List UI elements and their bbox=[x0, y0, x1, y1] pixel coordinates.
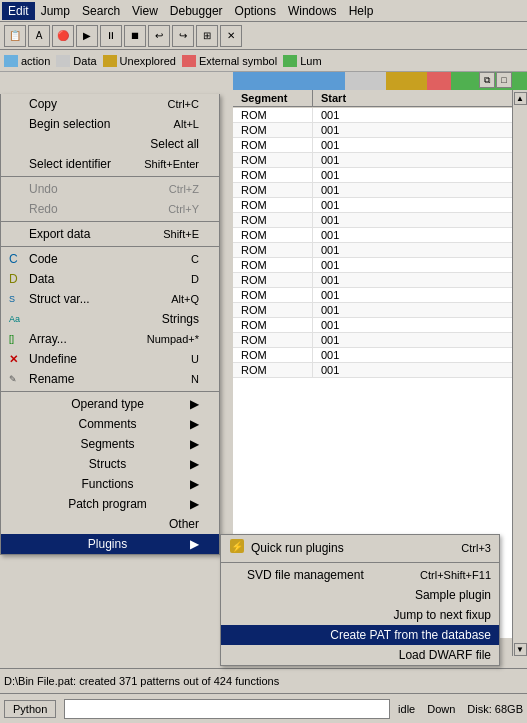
menu-item-array-shortcut: Numpad+* bbox=[147, 333, 199, 345]
plugins-submenu: ⚡ Quick run plugins Ctrl+3 SVD file mana… bbox=[220, 534, 500, 666]
table-row: ROM 001 bbox=[233, 153, 512, 168]
menu-item-code[interactable]: C Code C bbox=[1, 249, 219, 269]
submenu-item-create-pat[interactable]: Create PAT from the database bbox=[221, 625, 499, 645]
maximize-button[interactable]: □ bbox=[496, 72, 512, 88]
table-cell-start: 001 bbox=[313, 363, 347, 377]
toolbar-btn-8[interactable]: ↪ bbox=[172, 25, 194, 47]
menu-item-struct-var-label: Struct var... bbox=[29, 292, 90, 306]
menu-item-select-all[interactable]: Select all bbox=[1, 134, 219, 154]
toolbar-btn-6[interactable]: ⏹ bbox=[124, 25, 146, 47]
menu-item-data[interactable]: D Data D bbox=[1, 269, 219, 289]
window-controls: ⧉ □ bbox=[479, 72, 512, 88]
menu-item-functions[interactable]: Functions ▶ bbox=[1, 474, 219, 494]
table-cell-segment: ROM bbox=[233, 348, 313, 362]
restore-button[interactable]: ⧉ bbox=[479, 72, 495, 88]
table-cell-segment: ROM bbox=[233, 168, 313, 182]
table-cell-start: 001 bbox=[313, 108, 347, 122]
submenu-svd-label: SVD file management bbox=[247, 568, 364, 582]
menu-jump[interactable]: Jump bbox=[35, 2, 76, 20]
menu-debugger[interactable]: Debugger bbox=[164, 2, 229, 20]
toolbar-btn-5[interactable]: ⏸ bbox=[100, 25, 122, 47]
toolbar-btn-1[interactable]: 📋 bbox=[4, 25, 26, 47]
menu-item-code-label: Code bbox=[29, 252, 58, 266]
edit-menu: Copy Ctrl+C Begin selection Alt+L Select… bbox=[0, 94, 220, 555]
code-icon: C bbox=[9, 252, 27, 266]
header-segment: Segment bbox=[233, 90, 313, 106]
menu-item-export-label: Export data bbox=[29, 227, 90, 241]
array-icon: [] bbox=[9, 334, 27, 344]
quick-run-icon: ⚡ bbox=[229, 538, 247, 557]
menu-item-copy-shortcut: Ctrl+C bbox=[168, 98, 199, 110]
menu-item-redo-label: Redo bbox=[29, 202, 58, 216]
python-tab[interactable]: Python bbox=[4, 700, 56, 718]
submenu-item-svd[interactable]: SVD file management Ctrl+Shift+F11 bbox=[221, 565, 499, 585]
menu-item-struct-var[interactable]: S Struct var... Alt+Q bbox=[1, 289, 219, 309]
menu-windows[interactable]: Windows bbox=[282, 2, 343, 20]
menu-options[interactable]: Options bbox=[229, 2, 282, 20]
table-cell-segment: ROM bbox=[233, 183, 313, 197]
scroll-up[interactable]: ▲ bbox=[514, 92, 527, 105]
menu-item-patch[interactable]: Patch program ▶ bbox=[1, 494, 219, 514]
bottom-bar: Python idle Down Disk: 68GB bbox=[0, 693, 527, 723]
separator-4 bbox=[1, 391, 219, 392]
scroll-track bbox=[514, 105, 527, 643]
submenu-item-quick-run[interactable]: ⚡ Quick run plugins Ctrl+3 bbox=[221, 535, 499, 560]
toolbar-close[interactable]: ✕ bbox=[220, 25, 242, 47]
menu-item-operand-type[interactable]: Operand type ▶ bbox=[1, 394, 219, 414]
menu-item-export[interactable]: Export data Shift+E bbox=[1, 224, 219, 244]
menu-help[interactable]: Help bbox=[343, 2, 380, 20]
submenu-create-pat-label: Create PAT from the database bbox=[330, 628, 491, 642]
undefine-icon: ✕ bbox=[9, 353, 27, 366]
legend-action-color bbox=[4, 55, 18, 67]
menu-item-select-identifier-shortcut: Shift+Enter bbox=[144, 158, 199, 170]
operand-type-arrow: ▶ bbox=[190, 397, 199, 411]
table-header: Segment Start bbox=[233, 90, 512, 107]
menu-item-comments[interactable]: Comments ▶ bbox=[1, 414, 219, 434]
toolbar-btn-4[interactable]: ▶ bbox=[76, 25, 98, 47]
menu-item-undo[interactable]: Undo Ctrl+Z bbox=[1, 179, 219, 199]
menu-bar: Edit Jump Search View Debugger Options W… bbox=[0, 0, 527, 22]
menu-item-select-identifier[interactable]: Select identifier Shift+Enter bbox=[1, 154, 219, 174]
submenu-quick-run-label: Quick run plugins bbox=[251, 541, 344, 555]
menu-view[interactable]: View bbox=[126, 2, 164, 20]
submenu-item-jump-fixup[interactable]: Jump to next fixup bbox=[221, 605, 499, 625]
menu-item-segments-label: Segments bbox=[80, 437, 134, 451]
table-row: ROM 001 bbox=[233, 273, 512, 288]
data-icon: D bbox=[9, 272, 27, 286]
menu-item-select-identifier-label: Select identifier bbox=[29, 157, 111, 171]
scrollbar[interactable]: ▲ ▼ bbox=[512, 90, 527, 656]
toolbar-btn-3[interactable]: 🔴 bbox=[52, 25, 74, 47]
status-text: D:\Bin File.pat: created 371 patterns ou… bbox=[4, 675, 279, 687]
table-cell-segment: ROM bbox=[233, 288, 313, 302]
menu-item-other[interactable]: Other bbox=[1, 514, 219, 534]
submenu-item-load-dwarf[interactable]: Load DWARF file bbox=[221, 645, 499, 665]
menu-item-undefine[interactable]: ✕ Undefine U bbox=[1, 349, 219, 369]
struct-var-icon: S bbox=[9, 294, 27, 304]
menu-item-array[interactable]: [] Array... Numpad+* bbox=[1, 329, 219, 349]
menu-item-rename-shortcut: N bbox=[191, 373, 199, 385]
python-input[interactable] bbox=[64, 699, 390, 719]
toolbar-btn-2[interactable]: A bbox=[28, 25, 50, 47]
menu-item-begin-selection[interactable]: Begin selection Alt+L bbox=[1, 114, 219, 134]
submenu-sample-label: Sample plugin bbox=[415, 588, 491, 602]
menu-item-structs[interactable]: Structs ▶ bbox=[1, 454, 219, 474]
menu-item-plugins[interactable]: Plugins ▶ ⚡ Quick run plugins Ctrl+3 SVD bbox=[1, 534, 219, 554]
toolbar-btn-7[interactable]: ↩ bbox=[148, 25, 170, 47]
table-cell-start: 001 bbox=[313, 333, 347, 347]
menu-item-copy[interactable]: Copy Ctrl+C bbox=[1, 94, 219, 114]
edit-dropdown: Copy Ctrl+C Begin selection Alt+L Select… bbox=[0, 94, 220, 555]
scroll-down[interactable]: ▼ bbox=[514, 643, 527, 656]
menu-search[interactable]: Search bbox=[76, 2, 126, 20]
menu-edit[interactable]: Edit bbox=[2, 2, 35, 20]
menu-item-redo[interactable]: Redo Ctrl+Y bbox=[1, 199, 219, 219]
status-disk: Disk: 68GB bbox=[467, 703, 523, 715]
menu-item-strings[interactable]: Aa Strings bbox=[1, 309, 219, 329]
submenu-item-sample[interactable]: Sample plugin bbox=[221, 585, 499, 605]
menu-item-segments[interactable]: Segments ▶ bbox=[1, 434, 219, 454]
menu-item-rename[interactable]: ✎ Rename N bbox=[1, 369, 219, 389]
toolbar-btn-9[interactable]: ⊞ bbox=[196, 25, 218, 47]
menu-item-other-label: Other bbox=[169, 517, 199, 531]
menu-item-undo-label: Undo bbox=[29, 182, 58, 196]
submenu-quick-run-shortcut: Ctrl+3 bbox=[461, 542, 491, 554]
table-cell-start: 001 bbox=[313, 213, 347, 227]
